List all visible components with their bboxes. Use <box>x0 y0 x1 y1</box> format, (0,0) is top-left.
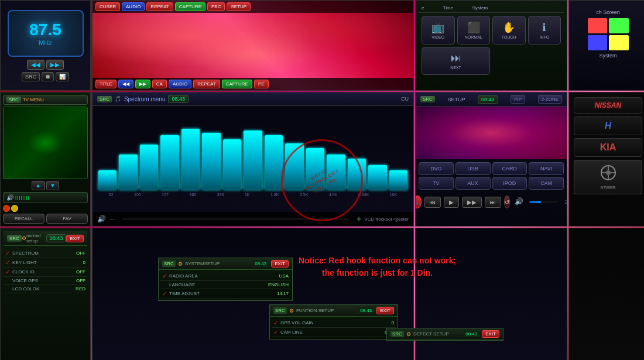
hyundai-logo[interactable]: H <box>574 116 642 135</box>
audio-btn[interactable]: AUDIO <box>122 2 145 11</box>
radio-info-btn[interactable]: 📊 <box>56 72 69 81</box>
ss-src[interactable]: SRC <box>162 260 176 267</box>
ns-time: 08:43 <box>46 234 67 242</box>
play-btn[interactable]: ▶ <box>444 197 459 208</box>
radio-scan-btn[interactable]: ⏹ <box>42 72 54 81</box>
ss-gear-icon: ⚙ <box>178 261 183 267</box>
nav-up-btn[interactable]: ▲ <box>32 181 45 190</box>
fs-exit-btn[interactable]: EXIT <box>376 307 394 314</box>
nav-down-btn[interactable]: ▼ <box>46 181 60 190</box>
capture-btn[interactable]: CAPTURE <box>175 2 205 11</box>
recall-btn[interactable]: RECALL <box>3 214 44 224</box>
source-btn-cam[interactable]: CAM <box>529 177 564 190</box>
zone-btn[interactable]: 2-ZONE <box>538 95 562 104</box>
next-media-btn[interactable]: ⏭ <box>485 197 501 208</box>
yellow-indicator <box>11 205 18 212</box>
ffw-media-btn[interactable]: ▶▶ <box>462 197 482 208</box>
source-btn-card[interactable]: CARD <box>492 162 527 175</box>
refresh-btn[interactable]: ↺ <box>504 196 510 208</box>
steer-label: STEER <box>578 185 638 190</box>
repeat-btn[interactable]: REPEAT <box>146 2 173 11</box>
spectrum-src[interactable]: SRC <box>97 96 112 102</box>
ns-val-3: OFF <box>76 278 85 283</box>
vol-icon-src: 🔊 <box>515 197 523 207</box>
freq-label-8: 4.6K <box>329 193 337 197</box>
normal-btn[interactable]: ⬛ NORMAL <box>457 16 491 44</box>
video-btn[interactable]: 📺 VIDEO <box>422 16 455 44</box>
source-btn-navi[interactable]: NAVI <box>529 162 564 175</box>
freq-label-10: 10K <box>390 193 397 197</box>
rew-btn[interactable]: ◀◀ <box>118 80 133 88</box>
fs-title: FUNTION SETUP <box>296 308 355 313</box>
windows-panel: ch Screen System <box>568 0 644 91</box>
win-quad-blue <box>588 35 608 50</box>
source-btn-ipod[interactable]: IPOD <box>492 177 527 190</box>
ss-rows: ✓ RADIO AREA USA LANGUAGE ENGLISH ✓ TIME… <box>159 270 292 300</box>
ca-btn[interactable]: CA <box>152 80 167 88</box>
prev-btn[interactable]: ⏮ <box>424 197 441 208</box>
next-label: NEXT <box>450 66 461 70</box>
steer-box[interactable]: STEER <box>574 160 642 194</box>
pbc-btn[interactable]: PBC <box>207 2 225 11</box>
info-icon: ℹ <box>542 21 546 34</box>
ns-src[interactable]: SRC <box>7 235 22 242</box>
fav-btn[interactable]: FAV <box>46 214 88 224</box>
fs-rows: ✓ GPS VOL GAIN 0 ✓ CAM LINE OFF <box>270 317 398 339</box>
ns-exit-btn[interactable]: EXIT <box>66 235 84 242</box>
ds-header: SRC ⚙ DEFECT SETUP 08:43 EXIT <box>387 328 503 340</box>
source-btn-tv[interactable]: TV <box>419 177 454 190</box>
ss-key-1: LANGUAGE <box>169 282 268 287</box>
radio-unit: MHz <box>39 39 52 46</box>
vol-icon: 🔊 <box>6 194 13 201</box>
kia-logo[interactable]: KIA <box>574 138 642 157</box>
source-btn-dvd[interactable]: DVD <box>419 162 454 175</box>
source-btn-aux[interactable]: AUX <box>455 177 491 190</box>
dvd-controls-top: CUSER AUDIO REPEAT CAPTURE PBC SETUP <box>93 1 413 13</box>
next-btn[interactable]: ⏭ NEXT <box>422 47 490 75</box>
setup-btn[interactable]: SETUP <box>227 2 251 11</box>
info-btn[interactable]: ℹ INFO <box>528 16 561 44</box>
ss-exit-btn[interactable]: EXIT <box>271 260 289 268</box>
touch-btn[interactable]: ✋ TOUCH <box>492 16 526 44</box>
plus-btn[interactable]: + <box>357 214 361 224</box>
phone-hangup-btn[interactable]: 📞 <box>415 196 422 208</box>
radio-controls: ◀◀ ▶▶ <box>27 60 64 70</box>
pip-btn[interactable]: PIP <box>511 95 525 104</box>
notice-overlay: Notice: Red hook function can not work; … <box>299 255 456 279</box>
ns-val-1: 0 <box>83 260 85 265</box>
spectrum-title: Spectrum menu <box>124 96 166 102</box>
ffw-btn[interactable]: ▶▶ <box>135 80 150 88</box>
source-btn-usb[interactable]: USB <box>455 162 491 175</box>
nissan-logo[interactable]: NISSAN <box>574 97 642 114</box>
fs-row-0: ✓ GPS VOL GAIN 0 <box>272 318 396 328</box>
src-label[interactable]: SRC <box>6 97 21 103</box>
ns-title: normal setup <box>26 233 46 244</box>
spectrum-bar-6 <box>223 139 241 190</box>
fs-src[interactable]: SRC <box>273 307 287 314</box>
pe-btn[interactable]: PE <box>254 80 269 88</box>
ss-row-0: ✓ RADIO AREA USA <box>160 272 290 281</box>
icon-panel: e Time System 📺 VIDEO ⬛ NORMAL ✋ TOUCH ℹ… <box>415 0 567 91</box>
radio-prev-btn[interactable]: ◀◀ <box>27 60 44 70</box>
setup-title: SETUP <box>447 97 465 102</box>
radio-src-btn[interactable]: SRC <box>22 72 40 81</box>
minus-btn[interactable]: — <box>109 216 115 222</box>
normal-setup-panel: SRC ⚙ normal setup 08:43 EXIT ✓ SPECTRUM… <box>0 228 91 360</box>
normal-label: NORMAL <box>465 35 482 39</box>
rose-bg <box>416 107 567 159</box>
fs-check-1: ✓ <box>273 329 280 335</box>
touch-icon: ✋ <box>502 21 515 34</box>
setup-src[interactable]: SRC <box>420 96 435 102</box>
freq-label-7: 2.5K <box>300 193 308 197</box>
title-btn[interactable]: TITLE <box>95 80 117 88</box>
audio2-btn[interactable]: AUDIO <box>169 80 191 88</box>
ns-check-0: ✓ <box>5 250 12 256</box>
cuser-btn[interactable]: CUSER <box>95 2 120 11</box>
repeat2-btn[interactable]: REPEAT <box>193 80 220 88</box>
capture2-btn[interactable]: CAPTURE <box>222 80 252 88</box>
ds-exit-btn[interactable]: EXIT <box>482 330 499 338</box>
nissan-text: NISSAN <box>578 101 638 109</box>
ds-src[interactable]: SRC <box>390 331 404 337</box>
ns-row-3: VOICE GPS OFF <box>4 277 87 285</box>
radio-next-btn[interactable]: ▶▶ <box>46 60 64 70</box>
